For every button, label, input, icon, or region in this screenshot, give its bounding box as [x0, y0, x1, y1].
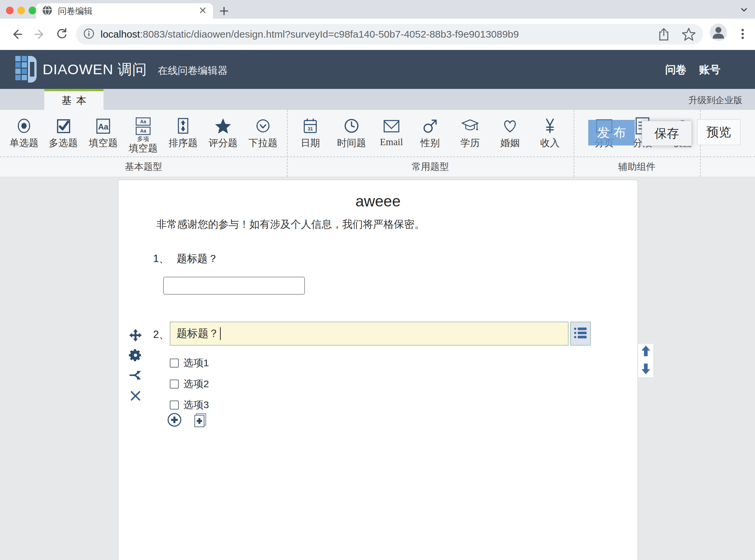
- tool-marriage-question[interactable]: 婚姻: [490, 113, 530, 150]
- save-button[interactable]: 保存: [642, 121, 692, 146]
- tool-time-question[interactable]: 时间题: [331, 113, 371, 150]
- tool-education-question[interactable]: 学历: [450, 113, 490, 150]
- multi-text-input-icon: AaAa: [134, 113, 152, 135]
- option-label[interactable]: 选项3: [183, 398, 209, 412]
- url-text: localhost:8083/static/diaowen/design.htm…: [101, 28, 646, 40]
- question-1[interactable]: 1、 题标题？: [153, 252, 218, 266]
- move-question-handle[interactable]: [128, 328, 142, 342]
- survey-canvas: aweee 非常感谢您的参与！如有涉及个人信息，我们将严格保密。 1、 题标题？: [118, 180, 638, 560]
- delete-question-icon[interactable]: [128, 389, 142, 403]
- screen: 问卷编辑 localhost:8083/static/diaowen/desig…: [0, 0, 755, 560]
- app-header: DIAOWEN 调问 在线问卷编辑器 问卷 账号: [0, 50, 755, 89]
- window-minimize-button[interactable]: [17, 7, 25, 14]
- question-1-answer-input[interactable]: [163, 277, 305, 295]
- browser-menu-icon[interactable]: [736, 27, 750, 43]
- back-button[interactable]: [9, 27, 25, 42]
- batch-add-options-button[interactable]: [192, 413, 208, 428]
- new-tab-button[interactable]: [217, 4, 231, 18]
- svg-text:Aa: Aa: [140, 119, 146, 124]
- tool-dropdown-question[interactable]: 下拉题: [243, 113, 283, 150]
- tool-income-question[interactable]: 收入: [530, 113, 570, 150]
- option-checkbox[interactable]: [170, 359, 179, 367]
- radio-icon: [15, 113, 33, 135]
- url-host: localhost: [101, 28, 140, 40]
- publish-button[interactable]: 发 布: [588, 120, 635, 145]
- preview-button[interactable]: 预览: [697, 119, 740, 145]
- forward-button[interactable]: [32, 27, 47, 42]
- tab-close-icon[interactable]: [198, 6, 207, 16]
- list-icon: [574, 326, 588, 341]
- option-row: 选项2: [170, 378, 209, 389]
- move-question-down-icon[interactable]: [641, 363, 651, 376]
- tool-text-question[interactable]: Aa 填空题: [83, 113, 123, 150]
- group-label-common: 常用题型: [287, 160, 574, 173]
- tab-search-chevron-icon[interactable]: [738, 4, 750, 15]
- profile-avatar[interactable]: [710, 24, 727, 42]
- window-close-button[interactable]: [6, 7, 14, 14]
- question-1-number: 1、: [153, 253, 169, 264]
- label-row-divider: [0, 157, 755, 157]
- add-option-button[interactable]: [167, 413, 182, 427]
- tool-radio-question[interactable]: 单选题: [4, 113, 44, 150]
- option-label[interactable]: 选项1: [183, 356, 209, 370]
- product-subtitle: 在线问卷编辑器: [158, 64, 228, 78]
- tool-multi-text-question[interactable]: AaAa 多项 填空题: [123, 113, 163, 155]
- question-toolbar: 单选题 多选题 Aa 填空题 AaAa 多项 填空题 排序题: [0, 110, 755, 177]
- option-row: 选项3: [170, 399, 209, 411]
- bookmark-star-icon[interactable]: [682, 27, 696, 41]
- site-info-icon[interactable]: [83, 28, 95, 41]
- tool-gender-question[interactable]: 性别: [410, 113, 450, 150]
- globe-favicon-icon: [42, 5, 53, 17]
- text-cursor: [220, 327, 221, 340]
- question-reorder-panel: [638, 344, 653, 377]
- reload-button[interactable]: [54, 27, 69, 42]
- brand-name: DIAOWEN 调问: [43, 60, 147, 79]
- browser-toolbar: localhost:8083/static/diaowen/design.htm…: [0, 19, 755, 50]
- tool-date-question[interactable]: 31 日期: [290, 113, 330, 150]
- group-label-basic: 基本题型: [0, 160, 287, 173]
- nav-survey-link[interactable]: 问卷: [665, 63, 687, 77]
- upgrade-link[interactable]: 升级到企业版: [689, 94, 742, 106]
- survey-description[interactable]: 非常感谢您的参与！如有涉及个人信息，我们将严格保密。: [157, 217, 425, 232]
- nav-account-link[interactable]: 账号: [699, 63, 720, 77]
- question-logic-icon[interactable]: [128, 368, 142, 382]
- option-checkbox[interactable]: [170, 401, 179, 409]
- tool-checkbox-question[interactable]: 多选题: [43, 113, 83, 150]
- checkbox-icon: [54, 113, 72, 135]
- sort-icon: [174, 113, 192, 135]
- star-icon: [214, 113, 232, 135]
- option-row: 选项1: [170, 357, 209, 368]
- window-zoom-button[interactable]: [28, 7, 36, 14]
- envelope-icon: [383, 113, 401, 135]
- url-path: :8083/static/diaowen/design.html?surveyI…: [140, 28, 519, 40]
- svg-text:Aa: Aa: [98, 122, 108, 131]
- share-icon[interactable]: [657, 27, 670, 41]
- tool-email-question[interactable]: Email: [371, 113, 411, 147]
- browser-tab[interactable]: 问卷编辑: [36, 3, 213, 19]
- male-icon: [421, 113, 439, 135]
- editor-content: aweee 非常感谢您的参与！如有涉及个人信息，我们将严格保密。 1、 题标题？: [0, 177, 755, 560]
- clock-icon: [343, 113, 361, 135]
- url-bar[interactable]: localhost:8083/static/diaowen/design.htm…: [76, 24, 703, 45]
- question-2-number: 2、: [153, 328, 169, 340]
- move-question-up-icon[interactable]: [641, 345, 651, 358]
- tool-rating-question[interactable]: 评分题: [203, 113, 243, 150]
- group-label-helper: 辅助组件: [574, 160, 700, 173]
- svg-text:31: 31: [308, 126, 313, 132]
- heart-icon: [501, 113, 519, 135]
- multi-tag: 多项: [137, 136, 149, 142]
- option-list-button[interactable]: [570, 322, 591, 345]
- survey-title[interactable]: aweee: [119, 192, 637, 210]
- option-checkbox[interactable]: [170, 380, 179, 388]
- question-1-title[interactable]: 题标题？: [177, 253, 218, 264]
- yen-icon: [541, 113, 559, 135]
- browser-tabstrip: 问卷编辑: [0, 0, 755, 19]
- option-label[interactable]: 选项2: [183, 377, 209, 391]
- question-2-title-editor[interactable]: 题标题？: [170, 322, 569, 345]
- graduation-cap-icon: [461, 113, 479, 135]
- question-settings-gear-icon[interactable]: [128, 348, 142, 362]
- tab-basic[interactable]: 基本: [44, 89, 104, 110]
- editor-tabbar: 基本 升级到企业版: [0, 89, 755, 110]
- tool-sort-question[interactable]: 排序题: [163, 113, 203, 150]
- tab-title: 问卷编辑: [58, 5, 198, 17]
